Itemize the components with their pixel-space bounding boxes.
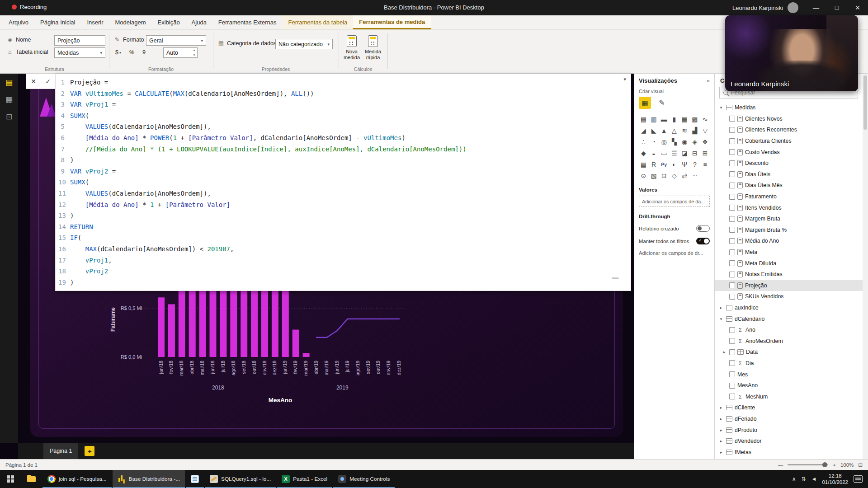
pie-chart-icon[interactable]: ◔ (649, 137, 659, 146)
report-view-button[interactable]: ▤ (0, 74, 18, 91)
decimal-places-spinner[interactable]: Auto ▲▼ (163, 47, 198, 58)
ribbon-tab-ferramentas-de-medida[interactable]: Ferramentas de medida (353, 15, 431, 29)
format-visual-icon[interactable]: ✎ (656, 98, 667, 108)
measure-name-input[interactable]: Projeção (54, 35, 105, 46)
taskbar-app-notepad[interactable] (186, 470, 204, 488)
stacked-area-chart-icon[interactable]: ◣ (649, 126, 659, 135)
arrows-visual-icon[interactable]: ⇄ (680, 171, 689, 180)
field-item-meta-dilu-da[interactable]: Meta Diluída (715, 258, 863, 269)
minimize-button[interactable]: — (806, 0, 826, 15)
field-item-anomesordem[interactable]: ΣAnoMesOrdem (715, 335, 863, 347)
faturamento-projecao-chart[interactable]: R$ 0,0 MiR$ 0,5 MiFaturamejan/18fev/18ma… (108, 271, 439, 437)
volume-icon[interactable]: ◄ (811, 476, 817, 482)
close-button[interactable]: × (847, 0, 868, 15)
chevron-down-icon[interactable]: ▾ (718, 317, 724, 321)
field-checkbox[interactable] (729, 260, 735, 266)
pct-stacked-bar-chart-icon[interactable]: ▦ (680, 114, 689, 124)
field-checkbox[interactable] (729, 138, 735, 144)
more-visuals-icon[interactable]: ··· (690, 171, 700, 180)
clustered-bar-chart-icon[interactable]: ▬ (659, 114, 669, 124)
model-view-button[interactable]: ⊡ (0, 108, 18, 125)
values-drop-area[interactable]: Adicionar os campos de da... (639, 196, 710, 207)
python-script-icon[interactable]: Py (659, 160, 669, 169)
azure-map-icon[interactable]: ◆ (639, 148, 648, 158)
field-item-dias-teis-m-s[interactable]: Dias Úteis Mês (715, 180, 863, 191)
gauge-icon[interactable]: ◒ (649, 148, 659, 158)
pct-stacked-column-chart-icon[interactable]: ▩ (690, 114, 700, 124)
ribbon-chart-icon[interactable]: ≋ (680, 126, 689, 135)
action-center-icon[interactable] (854, 475, 863, 483)
field-item-margem-bruta[interactable]: Margem Bruta (715, 213, 863, 225)
drillthrough-drop-area[interactable]: Adicionar os campos de dr... (639, 250, 710, 256)
field-checkbox[interactable] (729, 149, 735, 155)
currency-format-button[interactable]: $▾ (113, 48, 123, 56)
field-item-mesnum[interactable]: ΣMesNum (715, 391, 863, 402)
field-item-custo-vendas[interactable]: Custo Vendas (715, 146, 863, 158)
thousands-format-button[interactable]: 9 (141, 48, 147, 56)
build-visual-icon[interactable]: ▦ (639, 97, 651, 109)
key-influencers-icon[interactable]: ◐ (670, 160, 679, 169)
field-checkbox[interactable] (729, 205, 735, 211)
chevron-right-icon[interactable]: ▸ (718, 305, 724, 310)
start-button[interactable] (0, 470, 21, 488)
field-item-dia[interactable]: ΣDia (715, 358, 863, 369)
field-item-mes[interactable]: Mes (715, 369, 863, 380)
field-item-dias-teis[interactable]: Dias Úteis (715, 169, 863, 180)
fields-scrollbar[interactable] (863, 74, 868, 459)
field-checkbox[interactable] (729, 282, 735, 288)
field-item-data[interactable]: ▸Data (715, 347, 863, 358)
filled-map-icon[interactable]: ◈ (690, 137, 700, 146)
zoom-out-button[interactable]: — (778, 462, 783, 468)
field-checkbox[interactable] (729, 383, 735, 389)
field-checkbox[interactable] (729, 371, 735, 377)
line-chart-icon[interactable]: ∿ (700, 114, 710, 124)
network-icon[interactable]: ⇅ (801, 476, 806, 482)
field-item-clientes-recorrentes[interactable]: Clientes Recorrentes (715, 124, 863, 136)
chevron-right-icon[interactable]: ▸ (722, 350, 727, 354)
metrics-icon[interactable]: ⊙ (639, 171, 648, 180)
zoom-in-button[interactable]: + (833, 462, 836, 468)
field-item-notas-emitidas[interactable]: Notas Emitidas (715, 269, 863, 280)
table-icon[interactable]: ⊞ (700, 148, 710, 158)
taskbar-app-meeting[interactable]: Meeting Controls (333, 470, 395, 488)
diamond-visual-icon[interactable]: ◇ (670, 171, 679, 180)
user-avatar[interactable] (788, 2, 798, 13)
dax-formula-editor[interactable]: ▾ 1Projeção =2VAR vUltimoMes = CALCULATE… (55, 74, 631, 291)
data-category-dropdown[interactable]: Não categorizado ▾ (275, 39, 333, 49)
field-checkbox[interactable] (729, 294, 735, 300)
taskbar-app-excel[interactable]: Pasta1 - Excel (277, 470, 332, 488)
matrix-icon[interactable]: ▦ (639, 160, 648, 169)
maximize-button[interactable]: □ (826, 0, 847, 15)
kpi-icon[interactable]: ◪ (680, 148, 689, 158)
r-script-icon[interactable]: R (649, 160, 659, 169)
chevron-right-icon[interactable]: ▸ (718, 417, 724, 421)
field-item-meta[interactable]: Meta (715, 247, 863, 258)
formula-bar-collapse-icon[interactable]: ▾ (623, 76, 626, 82)
stacked-column-chart-icon[interactable]: ▥ (649, 114, 659, 124)
field-checkbox[interactable] (729, 327, 735, 333)
keep-filters-toggle[interactable]: ✓ (696, 238, 710, 244)
line-and-clustered-column-chart-icon[interactable]: △ (670, 126, 679, 135)
field-checkbox[interactable] (729, 194, 735, 200)
zoom-slider-handle[interactable] (822, 462, 827, 467)
nova-medida-button[interactable]: Nova medida (341, 33, 362, 68)
field-checkbox[interactable] (729, 338, 735, 344)
field-item-proje-o[interactable]: Projeção (715, 280, 863, 291)
home-table-dropdown[interactable]: Medidas ▾ (54, 47, 105, 58)
field-item-cobertura-clientes[interactable]: Cobertura Clientes (715, 136, 863, 147)
spinner-steppers[interactable]: ▲▼ (191, 47, 198, 58)
field-checkbox[interactable] (729, 238, 735, 244)
scrollbar-thumb[interactable] (863, 75, 867, 130)
file-explorer-button[interactable] (21, 470, 42, 488)
field-checkbox[interactable] (729, 272, 735, 277)
cross-report-toggle[interactable] (696, 225, 710, 232)
field-item-dcliente[interactable]: ▸dCliente (715, 402, 863, 413)
field-item-m-dia-do-ano[interactable]: Média do Ano (715, 235, 863, 247)
field-checkbox[interactable] (729, 127, 735, 133)
collapse-pane-icon[interactable]: » (707, 78, 710, 84)
formula-commit-button[interactable]: ✓ (45, 78, 51, 85)
chevron-right-icon[interactable]: ▸ (718, 439, 724, 443)
dax-code-area[interactable]: 1Projeção =2VAR vUltimoMes = CALCULATE(M… (58, 77, 626, 288)
multirow-card-icon[interactable]: ☰ (670, 148, 679, 158)
ribbon-tab-ferramentas-externas[interactable]: Ferramentas Externas (212, 15, 283, 29)
